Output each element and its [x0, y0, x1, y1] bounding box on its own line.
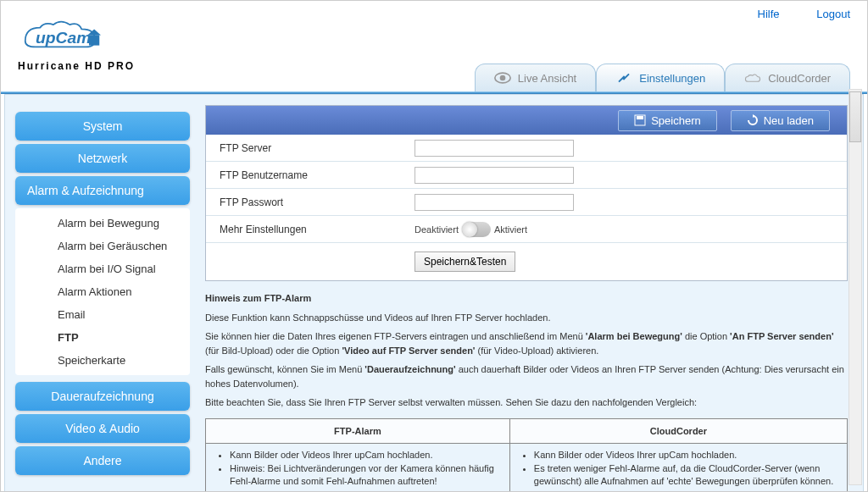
eye-icon — [494, 71, 511, 85]
sidebar: System Netzwerk Alarm & Aufzeichnung Ala… — [5, 95, 200, 492]
sidebar-submenu: Alarm bei Bewegung Alarm bei Geräuschen … — [15, 208, 190, 375]
toggle-off-label: Deaktiviert — [415, 224, 459, 235]
hint-section: Hinweis zum FTP-Alarm Diese Funktion kan… — [205, 291, 848, 492]
save-button[interactable]: Speichern — [618, 110, 717, 131]
sidebar-item-actions[interactable]: Alarm Aktionen — [15, 280, 190, 303]
tab-cloudcorder[interactable]: CloudCorder — [725, 64, 850, 91]
sidebar-item-io[interactable]: Alarm bei I/O Signal — [15, 257, 190, 280]
sidebar-item-storage[interactable]: Speicherkarte — [15, 349, 190, 372]
tab-settings[interactable]: Einstellungen — [596, 64, 725, 91]
th-ftp: FTP-Alarm — [206, 418, 510, 444]
sidebar-item-sound[interactable]: Alarm bei Geräuschen — [15, 235, 190, 257]
ftp-server-input[interactable] — [415, 140, 574, 157]
sidebar-network[interactable]: Netzwerk — [15, 144, 190, 173]
td-cloudcorder: Kann Bilder oder Videos Ihrer upCam hoch… — [509, 444, 847, 493]
svg-point-4 — [500, 75, 506, 81]
sidebar-alarm[interactable]: Alarm & Aufzeichnung — [15, 176, 190, 205]
compare-table: FTP-Alarm CloudCorder Kann Bilder oder V… — [205, 418, 848, 493]
help-link[interactable]: Hilfe — [758, 8, 780, 20]
label-ftp-pass: FTP Passwort — [206, 191, 409, 213]
sidebar-other[interactable]: Andere — [15, 446, 190, 475]
scrollbar[interactable] — [849, 89, 862, 485]
scrollbar-thumb[interactable] — [849, 91, 861, 142]
save-icon — [634, 114, 646, 126]
label-ftp-user: FTP Benutzername — [206, 164, 409, 186]
svg-rect-6 — [637, 116, 643, 119]
svg-text:upCam: upCam — [36, 29, 91, 47]
td-ftp: Kann Bilder oder Videos Ihrer upCam hoch… — [206, 444, 510, 493]
tools-icon — [615, 71, 632, 85]
hint-p4: Bitte beachten Sie, dass Sie Ihren FTP S… — [205, 395, 848, 410]
svg-rect-1 — [89, 35, 99, 45]
cloud-icon — [744, 71, 761, 85]
logout-link[interactable]: Logout — [816, 8, 850, 20]
th-cloudcorder: CloudCorder — [509, 418, 847, 444]
sidebar-item-email[interactable]: Email — [15, 303, 190, 326]
tab-live[interactable]: Live Ansicht — [475, 64, 596, 91]
toggle-on-label: Aktiviert — [494, 224, 527, 235]
sidebar-video[interactable]: Video & Audio — [15, 414, 190, 443]
ftp-user-input[interactable] — [415, 167, 574, 184]
reload-icon — [747, 114, 759, 126]
more-settings-toggle[interactable] — [462, 222, 491, 237]
hint-p3: Falls gewünscht, können Sie im Menü 'Dau… — [205, 362, 848, 390]
reload-button[interactable]: Neu laden — [731, 110, 830, 131]
content-area: Speichern Neu laden FTP Server FTP Benut… — [200, 95, 863, 492]
save-test-button[interactable]: Speichern&Testen — [415, 252, 515, 272]
ftp-panel: Speichern Neu laden FTP Server FTP Benut… — [205, 105, 848, 281]
hint-p1: Diese Funktion kann Schnappschüsse und V… — [205, 311, 848, 325]
hint-title: Hinweis zum FTP-Alarm — [205, 291, 848, 306]
logo: upCam Hurricane HD PRO — [18, 8, 136, 72]
sidebar-item-motion[interactable]: Alarm bei Bewegung — [15, 212, 190, 235]
sidebar-system[interactable]: System — [15, 112, 190, 141]
hint-p2: Sie können hier die Daten Ihres eigenen … — [205, 329, 848, 357]
sidebar-record[interactable]: Daueraufzeichnung — [15, 382, 190, 411]
label-more-settings: Mehr Einstellungen — [206, 218, 409, 240]
sidebar-item-ftp[interactable]: FTP — [15, 326, 190, 349]
ftp-pass-input[interactable] — [415, 194, 574, 211]
label-ftp-server: FTP Server — [206, 137, 409, 159]
